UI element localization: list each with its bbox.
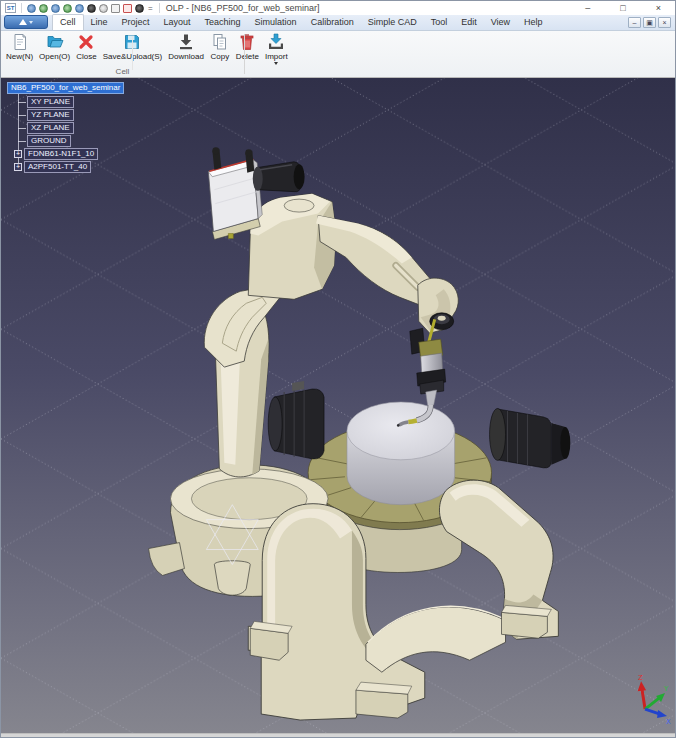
ribbon: New(N) Open(O) Close [1,31,675,78]
button-label: Close [76,52,96,61]
title-bar: ST = OLP - [NB6_PF500_for_web_seminar] –… [1,1,675,15]
tree-root-item[interactable]: NB6_PF500_for_web_seminar [7,82,124,94]
app-logo: ST [5,3,16,13]
button-label: Download [168,52,204,61]
more-commands-icon[interactable]: = [148,4,153,13]
window-bottom-edge [1,733,675,737]
mdi-restore-button[interactable]: ▣ [643,17,656,28]
ribbon-separator [244,34,245,74]
separator [21,3,22,13]
fit-view-icon[interactable] [111,4,120,13]
workpiece-cylinder [347,402,455,505]
view-top-icon[interactable] [39,4,48,13]
view-iso-icon[interactable] [27,4,36,13]
menu-bar: Cell Line Project Layout Teaching Simula… [1,15,675,31]
scene-tree: NB6_PF500_for_web_seminar XY PLANE YZ PL… [7,82,124,172]
tab-layout[interactable]: Layout [157,15,198,30]
mdi-minimize-button[interactable]: – [628,17,641,28]
trash-icon [238,33,256,51]
timer-icon[interactable] [99,4,108,13]
tab-simulation[interactable]: Simulation [248,15,304,30]
close-button[interactable]: × [656,2,661,14]
view-left-icon[interactable] [75,4,84,13]
view-front-icon[interactable] [51,4,60,13]
tab-help[interactable]: Help [517,15,550,30]
button-label: Delete [236,52,259,61]
window-title: OLP - [NB6_PF500_for_web_seminar] [166,3,320,13]
chevron-down-icon [274,62,278,65]
maximize-button[interactable]: □ [620,2,625,14]
open-button[interactable]: Open(O) [36,32,73,62]
tree-item-xy-plane[interactable]: XY PLANE [27,96,74,108]
button-label: New(N) [6,52,33,61]
tree-item-robot[interactable]: FDNB61-N1F1_10 [24,148,98,160]
tab-cell[interactable]: Cell [52,14,84,30]
import-icon [267,33,285,51]
tab-teaching[interactable]: Teaching [198,15,248,30]
tab-simple-cad[interactable]: Simple CAD [361,15,424,30]
download-button[interactable]: Download [165,32,207,62]
tree-item-positioner[interactable]: A2PF501-TT_40 [24,161,91,173]
close-x-icon [77,33,95,51]
expand-icon[interactable]: + [14,163,22,171]
tree-item-ground[interactable]: GROUND [27,135,71,147]
tree-item-yz-plane[interactable]: YZ PLANE [27,109,74,121]
tab-calibration[interactable]: Calibration [304,15,361,30]
axis-x-label: X [666,718,671,726]
robot-wrist [418,278,459,333]
copy-button[interactable]: Copy [207,32,233,62]
download-icon [177,33,195,51]
tab-project[interactable]: Project [115,15,157,30]
view-right-icon[interactable] [63,4,72,13]
delete-button[interactable]: Delete [233,32,262,62]
clear-view-icon[interactable] [123,4,132,13]
import-button[interactable]: Import [262,32,291,66]
close-cell-button[interactable]: Close [73,32,99,62]
minimize-button[interactable]: – [585,2,590,14]
tree-item-xz-plane[interactable]: XZ PLANE [27,122,74,134]
axis-y-label: Y [663,685,669,693]
new-button[interactable]: New(N) [3,32,36,62]
view-back-icon[interactable] [87,4,96,13]
tab-tool[interactable]: Tool [424,15,455,30]
mdi-close-button[interactable]: × [658,17,671,28]
quick-access-toolbar: ST = [5,3,162,13]
robot-cell-scene: Z Y X [1,78,675,733]
ribbon-separator [132,36,133,70]
separator [159,3,160,13]
button-label: Open(O) [39,52,70,61]
chevron-down-icon [29,21,33,24]
axis-z-label: Z [638,674,643,682]
open-folder-icon [46,33,64,51]
button-label: Import [265,52,288,61]
new-document-icon [11,33,29,51]
tab-line[interactable]: Line [84,15,115,30]
tab-view[interactable]: View [484,15,517,30]
button-label: Copy [211,52,230,61]
application-menu-button[interactable] [4,15,48,29]
tab-edit[interactable]: Edit [454,15,484,30]
ribbon-group-label: Cell [1,67,244,76]
copy-icon [211,33,229,51]
orbit-view-icon[interactable] [135,4,144,13]
application-window: ST = OLP - [NB6_PF500_for_web_seminar] –… [0,0,676,738]
viewport-3d[interactable]: Z Y X NB6_PF500_for_web_seminar XY PLANE… [1,78,675,733]
app-menu-icon [19,19,27,25]
expand-icon[interactable]: + [14,150,22,158]
